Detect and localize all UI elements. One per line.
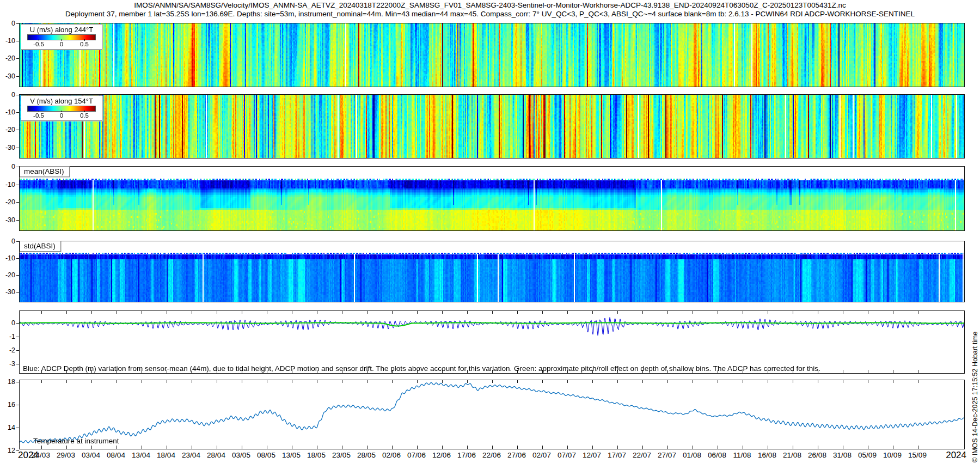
y-tick-mark — [16, 382, 19, 382]
y-tick-mark — [16, 167, 19, 167]
y-tick-label: 0 — [11, 20, 15, 27]
v-colorbar-tick-labels: -0.500.5 — [27, 112, 96, 119]
copyright-stamp: © IMOS 14-Dec-2025 17:15:52 Hobart time — [971, 331, 979, 462]
x-tick-label: 13/05 — [282, 451, 301, 459]
y-tick-label: 0 — [11, 163, 15, 170]
y-tick-mark — [16, 275, 19, 276]
y-tick-mark — [16, 112, 19, 113]
y-tick-label: -2 — [9, 346, 15, 354]
x-tick-label: 18/05 — [307, 451, 326, 459]
u-velocity-heatmap — [20, 23, 964, 87]
y-tick-label: -30 — [5, 72, 15, 80]
y-tick-label: 16 — [8, 401, 15, 409]
y-tick-mark — [16, 292, 19, 293]
u-colorbar-legend: U (m/s) along 244°T -0.500.5 — [21, 24, 102, 50]
colorbar-tick-label: -0.5 — [33, 112, 44, 119]
y-tick-label: -30 — [5, 288, 15, 296]
x-tick-label: 26/08 — [808, 451, 826, 459]
temperature-label: Temperature at instrument — [33, 437, 119, 445]
x-tick-label: 02/07 — [532, 451, 551, 459]
v-legend-title: V (m/s) along 154°T — [23, 97, 100, 105]
y-tick-label: -10 — [5, 37, 15, 45]
x-tick-label: 01/08 — [683, 451, 701, 459]
x-tick-label: 17/06 — [457, 451, 476, 459]
y-tick-mark — [16, 405, 19, 405]
y-tick-mark — [16, 350, 19, 351]
y-tick-label: 0 — [11, 319, 15, 327]
mean-absi-panel: mean(ABSI) 0-10-20-30 — [19, 166, 965, 231]
std-absi-panel: std(ABSI) 0-10-20-30 — [19, 241, 965, 302]
x-tick-label: 29/03 — [57, 451, 75, 459]
y-tick-mark — [16, 220, 19, 221]
colorbar-tick-label: 0 — [60, 112, 63, 119]
y-tick-mark — [16, 41, 19, 41]
depth-variation-panel: Blue: ADCP Depth (m) variation from sens… — [19, 310, 965, 374]
y-tick-label: -30 — [5, 144, 15, 151]
std-absi-heatmap — [20, 241, 964, 302]
colorbar-tick-label: 0.5 — [80, 112, 89, 119]
colorbar-tick-label: -0.5 — [33, 41, 44, 47]
y-tick-mark — [16, 241, 19, 242]
xaxis-date-labels: 24/0329/0303/0408/0413/0418/0423/0428/04… — [0, 451, 980, 461]
x-tick-label: 21/08 — [783, 451, 801, 459]
v-velocity-heatmap — [20, 95, 964, 158]
colorbar-tick-label: 0.5 — [80, 41, 89, 47]
y-tick-mark — [16, 185, 19, 185]
x-tick-label: 12/06 — [432, 451, 451, 459]
y-tick-mark — [16, 76, 19, 77]
x-tick-label: 18/04 — [157, 451, 175, 459]
y-tick-mark — [16, 58, 19, 59]
y-tick-label: 0 — [11, 237, 15, 245]
u-velocity-panel: U (m/s) along 244°T -0.500.5 0-10-20-30 — [19, 23, 965, 87]
y-tick-label: 18 — [8, 378, 15, 386]
y-tick-label: -10 — [5, 108, 15, 116]
x-tick-label: 31/08 — [833, 451, 852, 459]
y-tick-mark — [16, 95, 19, 95]
y-tick-mark — [16, 148, 19, 148]
y-tick-mark — [16, 428, 19, 428]
x-tick-label: 24/03 — [32, 451, 50, 459]
x-tick-label: 17/07 — [608, 451, 626, 459]
y-tick-mark — [16, 337, 19, 337]
x-tick-label: 05/09 — [858, 451, 877, 459]
y-tick-label: -10 — [5, 254, 15, 262]
colorbar-tick-label: 0 — [60, 41, 63, 47]
y-tick-label: -1 — [9, 333, 15, 340]
y-tick-label: -3 — [9, 360, 15, 368]
v-colorbar-legend: V (m/s) along 154°T -0.500.5 — [21, 95, 102, 121]
x-tick-label: 11/08 — [733, 451, 751, 459]
u-colorbar-tick-labels: -0.500.5 — [27, 40, 96, 48]
y-tick-mark — [16, 23, 19, 24]
mean-absi-heatmap — [20, 167, 964, 230]
x-tick-label: 28/04 — [207, 451, 225, 459]
figure-title: IMOS/ANMN/SA/SAM8SG/Velocity/IMOS_ANMN-S… — [0, 1, 980, 9]
x-tick-label: 13/04 — [132, 451, 150, 459]
x-tick-label: 12/07 — [583, 451, 601, 459]
y-tick-label: 0 — [11, 91, 15, 99]
x-tick-label: 03/04 — [82, 451, 100, 459]
temperature-line-chart — [20, 380, 964, 449]
y-tick-mark — [16, 364, 19, 364]
depth-annotation: Blue: ADCP Depth (m) variation from sens… — [23, 364, 820, 373]
x-tick-label: 27/07 — [658, 451, 676, 459]
x-tick-label: 28/05 — [357, 451, 376, 459]
x-tick-label: 22/07 — [633, 451, 651, 459]
y-tick-mark — [16, 202, 19, 203]
x-tick-label: 06/08 — [708, 451, 726, 459]
x-tick-label: 22/06 — [482, 451, 501, 459]
y-tick-label: -20 — [5, 198, 15, 206]
x-tick-label: 23/05 — [332, 451, 351, 459]
y-tick-label: -30 — [5, 216, 15, 224]
depth-variation-line-chart — [20, 311, 964, 373]
figure-subtitle: Deployment 37, member 1 lat=35.25S lon=1… — [0, 10, 980, 18]
std-absi-label: std(ABSI) — [20, 241, 61, 252]
v-velocity-panel: V (m/s) along 154°T -0.500.5 0-10-20-30 — [19, 94, 965, 159]
x-tick-label: 16/08 — [758, 451, 776, 459]
y-tick-label: -10 — [5, 181, 15, 188]
y-tick-label: -20 — [5, 54, 15, 62]
mean-absi-label: mean(ABSI) — [20, 166, 70, 177]
y-tick-mark — [16, 130, 19, 130]
x-tick-label: 03/05 — [232, 451, 250, 459]
x-tick-label: 27/06 — [507, 451, 526, 459]
figure-window: { "header": { "line1": "IMOS/ANMN/SA/SAM… — [0, 0, 980, 463]
